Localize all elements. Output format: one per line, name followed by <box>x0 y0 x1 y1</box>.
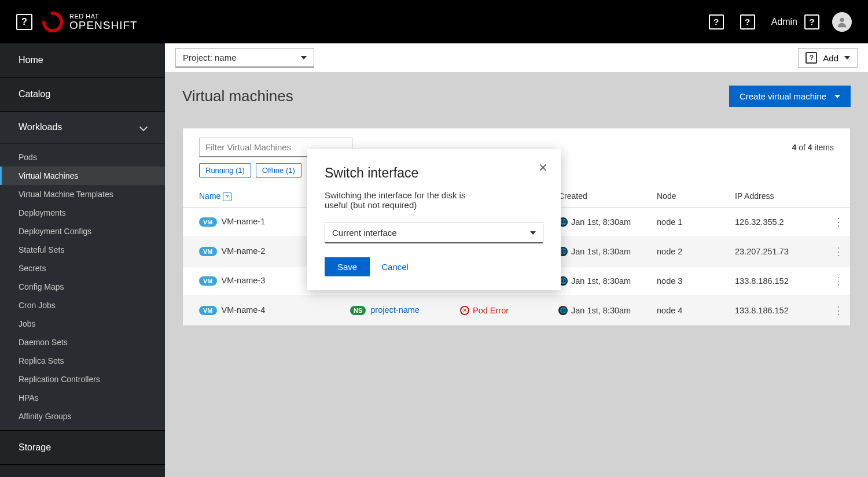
cancel-button[interactable]: Cancel <box>381 262 409 272</box>
save-button[interactable]: Save <box>325 257 370 276</box>
caret-down-icon <box>530 231 536 235</box>
modal-body: Switching the interface for the disk is … <box>325 190 487 210</box>
switch-interface-modal: ✕ Switch interface Switching the interfa… <box>307 149 561 290</box>
close-icon[interactable]: ✕ <box>538 161 548 175</box>
modal-overlay: ✕ Switch interface Switching the interfa… <box>0 0 868 477</box>
interface-select[interactable]: Current interface <box>325 223 543 243</box>
modal-title: Switch interface <box>325 165 543 181</box>
